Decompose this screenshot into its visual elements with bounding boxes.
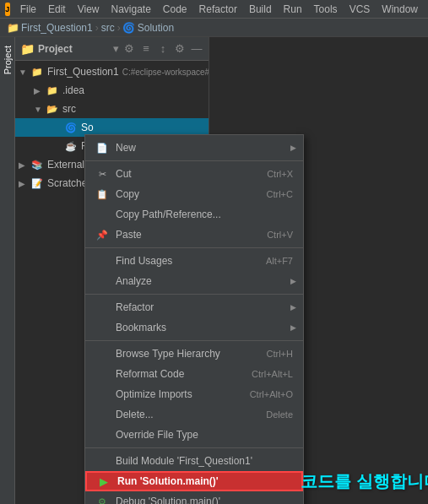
panel-settings-icon[interactable]: ⚙ (122, 42, 136, 56)
ctx-debug-solution[interactable]: ⚙ Debug 'Solution.main()' (85, 491, 303, 504)
ext-arrow: ▶ (19, 160, 30, 170)
ctx-cut-shortcut: Ctrl+X (267, 169, 293, 179)
ctx-analyze-label: Analyze (116, 275, 293, 287)
scratch-icon: 📝 (30, 176, 44, 190)
ctx-section-run: Build Module 'First_Question1' ▶ Run 'So… (85, 448, 303, 504)
ctx-browse-shortcut: Ctrl+H (267, 349, 293, 359)
ctx-delete[interactable]: Delete... Delete (85, 404, 303, 425)
scratch-arrow: ▶ (19, 179, 30, 188)
ctx-override-filetype[interactable]: Override File Type (85, 425, 303, 445)
src-arrow: ▼ (34, 105, 46, 114)
tree-src[interactable]: ▼ 📂 src (15, 100, 209, 118)
menu-view[interactable]: View (73, 2, 105, 17)
ctx-refactor[interactable]: Refactor (85, 297, 303, 317)
panel-gear-icon[interactable]: ⚙ (173, 42, 187, 56)
ctx-cut[interactable]: ✂ Cut Ctrl+X (85, 164, 303, 184)
ctx-copypath-icon (95, 208, 109, 221)
ctx-new-icon: 📄 (95, 141, 109, 154)
menu-run[interactable]: Run (279, 2, 307, 17)
ctx-browse-icon (95, 347, 109, 360)
root-label: First_Question1 (47, 66, 119, 78)
solution-crumb-icon: 🌀 (123, 22, 135, 34)
ctx-section-tools: Browse Type Hierarchy Ctrl+H Reformat Co… (85, 341, 303, 448)
ctx-section-clipboard: ✂ Cut Ctrl+X 📋 Copy Ctrl+C Copy Path/Ref… (85, 161, 303, 248)
ctx-debug-icon: ⚙ (95, 495, 109, 504)
ctx-delete-label: Delete... (116, 409, 259, 420)
ctx-paste[interactable]: 📌 Paste Ctrl+V (85, 225, 303, 245)
ext-icon: 📚 (30, 158, 44, 171)
ctx-build-icon (95, 454, 109, 468)
menu-window[interactable]: Window (377, 2, 423, 17)
ctx-cut-label: Cut (116, 168, 260, 180)
ctx-copy-label: Copy (116, 188, 260, 200)
panel-close-icon[interactable]: — (190, 42, 203, 56)
breadcrumb-part1[interactable]: First_Question1 (21, 22, 93, 34)
breadcrumb: 📁 First_Question1 › src › 🌀 Solution (0, 19, 428, 37)
ctx-browse-hierarchy[interactable]: Browse Type Hierarchy Ctrl+H (85, 344, 303, 364)
project-tab[interactable]: Project (1, 41, 14, 79)
idea-label: .idea (62, 84, 84, 96)
ctx-reformat-icon (95, 367, 109, 381)
ctx-section-find: Find Usages Alt+F7 Analyze (85, 248, 303, 295)
tree-root[interactable]: ▼ 📁 First_Question1 C:#eclipse-workspace… (15, 62, 209, 81)
menu-edit[interactable]: Edit (43, 2, 71, 17)
ctx-run-solution[interactable]: ▶ Run 'Solution.main()' 코드를 실행합니다 (85, 471, 303, 491)
panel-collapse-icon[interactable]: ↕ (156, 42, 170, 56)
ctx-run-label: Run 'Solution.main()' (117, 475, 291, 487)
ctx-refactor-icon (95, 301, 109, 314)
ctx-copy[interactable]: 📋 Copy Ctrl+C (85, 184, 303, 204)
ctx-copy-icon: 📋 (95, 187, 109, 201)
ctx-reformat-label: Reformat Code (116, 368, 245, 380)
ctx-build-module[interactable]: Build Module 'First_Question1' (85, 451, 303, 471)
ctx-reformat[interactable]: Reformat Code Ctrl+Alt+L (85, 364, 303, 384)
menu-file[interactable]: File (15, 2, 41, 17)
solution-label: So (81, 122, 94, 133)
ctx-new[interactable]: 📄 New (85, 138, 303, 158)
ctx-debug-label: Debug 'Solution.main()' (116, 496, 293, 504)
menu-build[interactable]: Build (244, 2, 277, 17)
idea-icon: 📁 (46, 84, 59, 97)
src-label: src (62, 103, 76, 115)
ctx-bookmarks-label: Bookmarks (116, 322, 293, 333)
root-arrow: ▼ (19, 68, 30, 77)
ctx-override-icon (95, 428, 109, 442)
ctx-reformat-shortcut: Ctrl+Alt+L (252, 369, 293, 379)
ctx-copy-path[interactable]: Copy Path/Reference... (85, 204, 303, 225)
panel-sort-icon[interactable]: ≡ (139, 42, 153, 56)
menu-bar: File Edit View Navigate Code Refactor Bu… (15, 2, 423, 17)
folder-icon: 📁 (20, 42, 35, 56)
ctx-find-label: Find Usages (116, 255, 259, 267)
ctx-run-play-icon: ▶ (97, 474, 111, 488)
ctx-paste-icon: 📌 (95, 228, 109, 241)
solution-icon: 🌀 (64, 121, 78, 134)
project-crumb-icon: 📁 (7, 22, 19, 34)
panel-title: Project (38, 43, 73, 55)
ctx-browse-label: Browse Type Hierarchy (116, 348, 260, 360)
menu-navigate[interactable]: Navigate (106, 2, 155, 17)
root-path: C:#eclipse-workspace#First_Question1 (122, 68, 209, 77)
menu-refactor[interactable]: Refactor (194, 2, 242, 17)
ctx-bookmarks-icon (95, 321, 109, 334)
breadcrumb-part2[interactable]: src (101, 22, 115, 34)
project-folder-icon: 📁 (30, 65, 44, 79)
ctx-new-label: New (116, 142, 293, 154)
context-menu: 📄 New ✂ Cut Ctrl+X 📋 Copy Ctrl+C Copy Pa… (84, 134, 304, 504)
ctx-optimize-label: Optimize Imports (116, 388, 243, 400)
ctx-bookmarks[interactable]: Bookmarks (85, 317, 303, 338)
ctx-find-shortcut: Alt+F7 (266, 256, 293, 266)
ctx-build-label: Build Module 'First_Question1' (116, 455, 293, 467)
ctx-analyze[interactable]: Analyze (85, 271, 303, 291)
menu-vcs[interactable]: VCS (344, 2, 376, 17)
menu-code[interactable]: Code (158, 2, 192, 17)
idea-arrow: ▶ (34, 86, 46, 95)
app-icon: J (5, 3, 10, 16)
menu-tools[interactable]: Tools (309, 2, 343, 17)
ctx-find-usages[interactable]: Find Usages Alt+F7 (85, 251, 303, 271)
ctx-refactor-label: Refactor (116, 301, 293, 313)
tree-idea[interactable]: ▶ 📁 .idea (15, 81, 209, 100)
breadcrumb-part3[interactable]: Solution (138, 22, 174, 34)
ctx-paste-label: Paste (116, 229, 260, 241)
ctx-optimize[interactable]: Optimize Imports Ctrl+Alt+O (85, 384, 303, 404)
panel-dropdown[interactable]: ▾ (113, 42, 119, 55)
left-sidebar-tab: Project (0, 37, 15, 504)
